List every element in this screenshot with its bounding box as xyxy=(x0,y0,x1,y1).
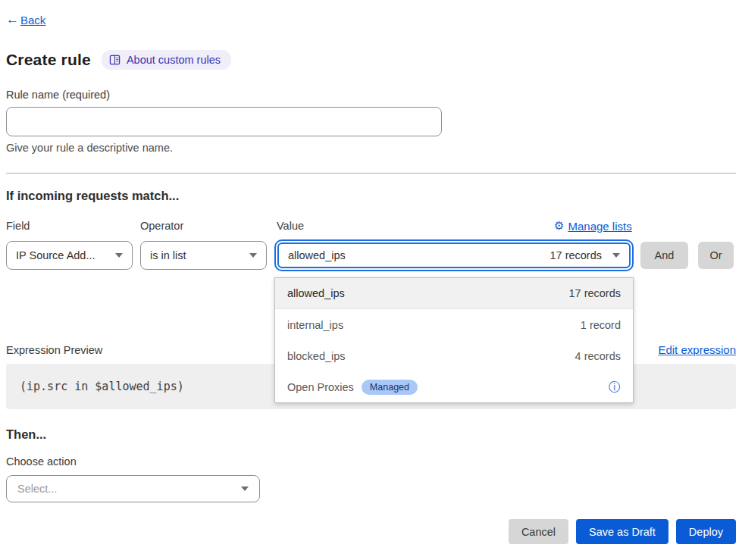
back-link[interactable]: ← Back xyxy=(6,12,45,27)
value-column-label: Value xyxy=(277,220,304,232)
chevron-down-icon xyxy=(115,253,123,258)
list-item-name: blocked_ips xyxy=(287,350,346,362)
list-item-blocked-ips[interactable]: blocked_ips 4 records xyxy=(275,340,633,371)
manage-lists-label: Manage lists xyxy=(568,220,631,233)
operator-column-label: Operator xyxy=(140,220,183,232)
action-select-placeholder: Select... xyxy=(17,483,57,495)
section-divider xyxy=(6,173,736,174)
field-select[interactable]: IP Source Add... xyxy=(6,241,133,270)
book-icon xyxy=(109,55,121,65)
field-select-value: IP Source Add... xyxy=(16,249,95,261)
cancel-button[interactable]: Cancel xyxy=(509,519,568,544)
rule-name-input[interactable] xyxy=(6,107,442,136)
back-arrow-icon: ← xyxy=(6,12,19,27)
value-select[interactable]: allowed_ips 17 records xyxy=(277,242,631,268)
and-button[interactable]: And xyxy=(640,242,688,269)
operator-select-value: is in list xyxy=(150,249,186,261)
expression-preview-label: Expression Preview xyxy=(6,344,102,356)
managed-badge: Managed xyxy=(362,380,418,395)
rule-name-helper-text: Give your rule a descriptive name. xyxy=(6,142,173,154)
create-rule-page: ← Back Create rule About custom rules Ru… xyxy=(0,0,742,560)
list-item-open-proxies[interactable]: Open Proxies Managed ⓘ xyxy=(275,371,633,402)
operator-select[interactable]: is in list xyxy=(140,241,267,270)
or-button[interactable]: Or xyxy=(698,242,734,269)
field-column-label: Field xyxy=(6,220,30,232)
list-item-internal-ips[interactable]: internal_ips 1 record xyxy=(275,309,633,340)
list-item-allowed-ips[interactable]: allowed_ips 17 records xyxy=(275,278,633,309)
action-select[interactable]: Select... xyxy=(6,475,260,502)
footer-actions: Cancel Save as Draft Deploy xyxy=(509,519,736,544)
value-dropdown-panel: allowed_ips 17 records internal_ips 1 re… xyxy=(274,277,634,403)
expression-code: (ip.src in $allowed_ips) xyxy=(20,380,184,393)
list-item-name: Open Proxies xyxy=(287,381,354,393)
value-select-record-count: 17 records xyxy=(549,249,602,261)
list-item-record-count: 17 records xyxy=(568,287,621,299)
value-select-value: allowed_ips xyxy=(288,249,346,261)
list-item-name: allowed_ips xyxy=(287,287,345,299)
info-icon[interactable]: ⓘ xyxy=(609,381,621,393)
choose-action-label: Choose action xyxy=(6,455,77,468)
deploy-button[interactable]: Deploy xyxy=(676,519,736,544)
match-section-heading: If incoming requests match... xyxy=(6,189,179,203)
edit-expression-link[interactable]: Edit expression xyxy=(658,343,736,356)
about-badge-label: About custom rules xyxy=(127,54,221,66)
chevron-down-icon xyxy=(249,253,257,258)
manage-lists-link[interactable]: ⚙ Manage lists xyxy=(554,219,632,233)
list-item-name: internal_ips xyxy=(287,319,343,331)
rule-name-label: Rule name (required) xyxy=(6,89,110,101)
page-title: Create rule xyxy=(6,51,91,69)
about-custom-rules-link[interactable]: About custom rules xyxy=(102,50,231,70)
back-link-label: Back xyxy=(20,14,45,27)
title-row: Create rule About custom rules xyxy=(6,50,231,70)
save-as-draft-button[interactable]: Save as Draft xyxy=(576,519,668,544)
then-section-heading: Then... xyxy=(6,427,46,442)
chevron-down-icon xyxy=(612,253,620,258)
chevron-down-icon xyxy=(241,486,249,491)
list-item-record-count: 1 record xyxy=(581,319,621,331)
list-item-record-count: 4 records xyxy=(575,350,621,362)
gear-icon: ⚙ xyxy=(554,219,564,233)
